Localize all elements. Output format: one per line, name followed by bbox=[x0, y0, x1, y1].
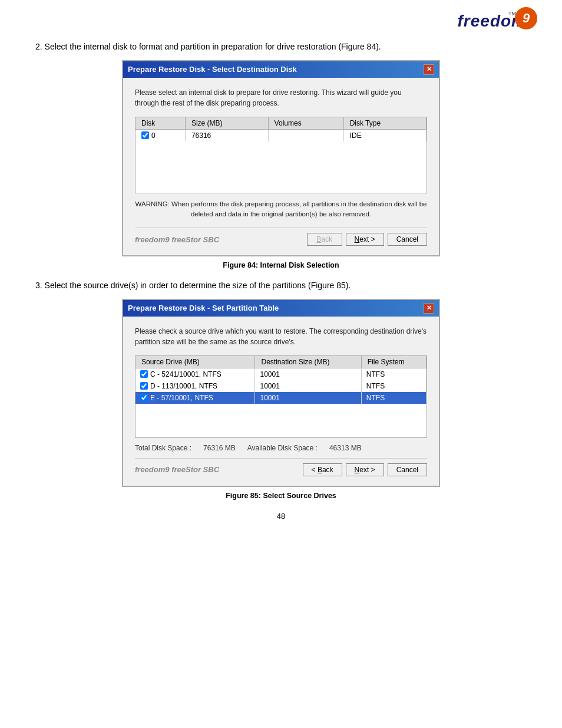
dialog2-description: Please check a source drive which you wa… bbox=[135, 326, 427, 347]
available-disk-value: 46313 MB bbox=[329, 444, 362, 452]
col-disk: Disk bbox=[135, 117, 185, 130]
volumes-cell bbox=[268, 129, 343, 141]
dialog1-close-button[interactable]: ✕ bbox=[424, 64, 434, 75]
col-size: Size (MB) bbox=[185, 117, 268, 130]
available-disk-label: Available Disk Space : bbox=[247, 444, 318, 452]
source-drive-cell: C - 5241/10001, NTFS bbox=[135, 368, 255, 380]
logo-container: TM freedom 9 bbox=[458, 12, 527, 31]
dialog2-body: Please check a source drive which you wa… bbox=[123, 317, 439, 486]
step3-text: 3. Select the source drive(s) in order t… bbox=[35, 280, 527, 292]
dialog1-back-button[interactable]: Back bbox=[307, 233, 342, 246]
source-drive-c: C - 5241/10001, NTFS bbox=[150, 370, 222, 378]
dialog1-title: Prepare Restore Disk - Select Destinatio… bbox=[128, 65, 297, 74]
figure85-caption: Figure 85: Select Source Drives bbox=[35, 492, 527, 500]
figure84-caption: Figure 84: Internal Disk Selection bbox=[35, 261, 527, 269]
source-drive-cell-e: E - 57/10001, NTFS bbox=[135, 392, 255, 404]
dialog1-disk-table: Disk Size (MB) Volumes Disk Type 0 bbox=[135, 117, 427, 141]
dialog2-brand: freedom9 freeStor SBC bbox=[135, 465, 219, 474]
filesystem-cell-c: NTFS bbox=[361, 368, 426, 380]
table-row[interactable]: E - 57/10001, NTFS 10001 NTFS bbox=[135, 392, 427, 404]
disk-number: 0 bbox=[151, 131, 156, 140]
filesystem-cell-d: NTFS bbox=[361, 380, 426, 392]
dialog1-cancel-button[interactable]: Cancel bbox=[388, 233, 427, 246]
dialog2-source-table-area: Source Drive (MB) Destination Size (MB) … bbox=[135, 355, 427, 438]
dialog2-titlebar: Prepare Restore Disk - Set Partition Tab… bbox=[123, 300, 439, 317]
disk-space-info: Total Disk Space : 76316 MB Available Di… bbox=[135, 444, 427, 452]
source-drive-cell-d: D - 113/10001, NTFS bbox=[135, 380, 255, 392]
source-checkbox-e[interactable] bbox=[140, 394, 148, 401]
dialog1-warning: WARNING: When performs the disk preparin… bbox=[135, 199, 427, 220]
dialog1: Prepare Restore Disk - Select Destinatio… bbox=[122, 60, 440, 257]
total-disk-value: 76316 MB bbox=[203, 444, 236, 452]
source-drive-e: E - 57/10001, NTFS bbox=[150, 394, 213, 402]
dialog1-next-button[interactable]: Next > bbox=[346, 233, 384, 246]
logo-circle: 9 bbox=[515, 7, 537, 29]
source-drive-d: D - 113/10001, NTFS bbox=[150, 382, 217, 390]
col-dest-size: Destination Size (MB) bbox=[255, 356, 361, 368]
table-row[interactable]: D - 113/10001, NTFS 10001 NTFS bbox=[135, 380, 427, 392]
table-row[interactable]: 0 76316 IDE bbox=[135, 129, 427, 141]
dialog2-cancel-button[interactable]: Cancel bbox=[388, 463, 427, 476]
disktype-cell: IDE bbox=[343, 129, 426, 141]
dialog2-buttons: < Back Next > Cancel bbox=[303, 463, 427, 476]
dialog1-description: Please select an internal disk to prepar… bbox=[135, 87, 427, 108]
filesystem-cell-e: NTFS bbox=[361, 392, 426, 404]
size-cell: 76316 bbox=[185, 129, 268, 141]
step2-text: 2. Select the internal disk to format an… bbox=[35, 41, 527, 53]
total-disk-label: Total Disk Space : bbox=[135, 444, 191, 452]
dialog1-body: Please select an internal disk to prepar… bbox=[123, 78, 439, 256]
disk-checkbox[interactable] bbox=[141, 131, 149, 139]
dest-size-cell-e: 10001 bbox=[255, 392, 361, 404]
dialog2-footer: freedom9 freeStor SBC < Back Next > Canc… bbox=[135, 458, 427, 479]
dialog2-next-button[interactable]: Next > bbox=[346, 463, 384, 476]
dest-size-cell-c: 10001 bbox=[255, 368, 361, 380]
page-number: 48 bbox=[35, 512, 527, 521]
dialog1-brand: freedom9 freeStor SBC bbox=[135, 235, 219, 244]
dialog2-source-table: Source Drive (MB) Destination Size (MB) … bbox=[135, 356, 427, 404]
disk-cell: 0 bbox=[135, 129, 185, 141]
col-disktype: Disk Type bbox=[343, 117, 426, 130]
dialog2-back-button[interactable]: < Back bbox=[303, 463, 342, 476]
dialog1-footer: freedom9 freeStor SBC Back Next > Cancel bbox=[135, 228, 427, 248]
dialog1-disk-table-area: Disk Size (MB) Volumes Disk Type 0 bbox=[135, 117, 427, 193]
dialog1-buttons: Back Next > Cancel bbox=[307, 233, 427, 246]
dialog2-close-button[interactable]: ✕ bbox=[424, 303, 434, 314]
dialog1-titlebar: Prepare Restore Disk - Select Destinatio… bbox=[123, 61, 439, 78]
logo-area: TM freedom 9 bbox=[35, 12, 527, 31]
col-filesystem: File System bbox=[361, 356, 426, 368]
source-checkbox-c[interactable] bbox=[140, 370, 148, 378]
source-checkbox-d[interactable] bbox=[140, 382, 148, 390]
dest-size-cell-d: 10001 bbox=[255, 380, 361, 392]
table-row[interactable]: C - 5241/10001, NTFS 10001 NTFS bbox=[135, 368, 427, 380]
col-source-drive: Source Drive (MB) bbox=[135, 356, 255, 368]
col-volumes: Volumes bbox=[268, 117, 343, 130]
dialog2-title: Prepare Restore Disk - Set Partition Tab… bbox=[128, 304, 279, 312]
dialog2: Prepare Restore Disk - Set Partition Tab… bbox=[122, 299, 440, 487]
